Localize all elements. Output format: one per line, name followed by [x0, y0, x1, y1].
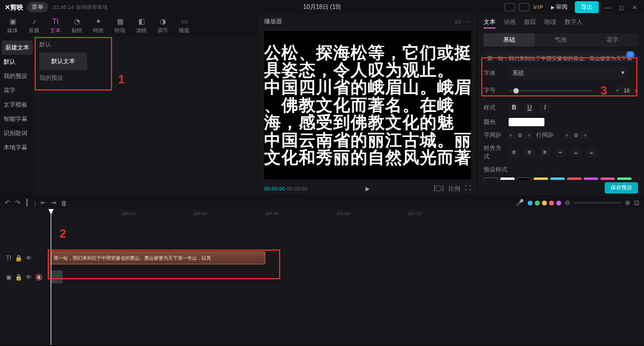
tab-effect[interactable]: ✦特效	[88, 17, 109, 35]
side-smart-subtitle[interactable]: 智能字幕	[0, 112, 35, 126]
menu-button[interactable]: 菜单	[27, 2, 48, 13]
sticker-icon: ◔	[73, 17, 81, 26]
tab-sticker[interactable]: ◔贴纸	[67, 17, 87, 35]
media-track-gutter: ▣ 🔒 👁 🔇	[0, 274, 51, 280]
track-color-1[interactable]	[528, 201, 532, 205]
size-value[interactable]: ‹15›	[615, 86, 638, 95]
cut-left-icon[interactable]: ⇤	[41, 199, 46, 207]
italic-button[interactable]: I	[540, 102, 550, 113]
tab-audio[interactable]: ♪音频	[24, 17, 44, 35]
zoom-fit-icon[interactable]: ⊡	[634, 199, 639, 207]
tab-filter[interactable]: ◧滤镜	[131, 17, 151, 35]
side-my-preset[interactable]: 我的预设	[0, 69, 35, 83]
mute-icon[interactable]: 🔇	[35, 274, 42, 280]
seg-basic[interactable]: 基础	[484, 33, 535, 46]
track-color-3[interactable]	[542, 201, 547, 205]
undo-icon[interactable]: ↶	[5, 199, 10, 207]
close-button[interactable]: ✕	[630, 4, 639, 11]
cut-right-icon[interactable]: ⇥	[51, 199, 56, 207]
export-button[interactable]: 导出	[575, 1, 599, 13]
timeline[interactable]: 0 |00:15 |00:30 |00:45 |01:00 |01:15 2 T…	[0, 209, 644, 345]
track-color-4[interactable]	[549, 201, 554, 205]
timeline-toolbar: ↶ ↷ ┃ | ⇤ ⇥ 🗑 🎤 ⊖ ⊕ ⊡	[0, 196, 644, 209]
track-color-5[interactable]	[556, 201, 561, 205]
vip-badge[interactable]: VIP	[533, 4, 544, 10]
effect-icon: ✦	[94, 17, 103, 26]
text-clip[interactable]: 第一站，我们来到位于中国安徽省的黄山。黄山被誉为天下第一奇山，以其	[51, 251, 265, 264]
annotation-marker-3: 3	[600, 84, 607, 98]
time-ruler[interactable]: 0 |00:15 |00:30 |00:45 |01:00 |01:15	[51, 209, 644, 220]
size-label: 字号	[484, 86, 504, 95]
total-duration: 00:03:00	[287, 186, 308, 192]
insp-tab-read[interactable]: 朗读	[544, 18, 556, 29]
zoom-out-icon[interactable]: ⊖	[565, 199, 570, 207]
default-text-chip[interactable]: 默认文本	[39, 52, 87, 70]
color-picker[interactable]	[509, 118, 544, 126]
letter-spacing[interactable]: ‹0›	[509, 131, 531, 139]
minimize-button[interactable]: —	[602, 4, 613, 11]
text-content-input[interactable]: 第一站，我们来到位于中国安徽省的黄山。黄山被誉为天下第一奇山，以其奇松、怪石、云…	[484, 51, 638, 63]
size-slider[interactable]	[509, 90, 592, 92]
lock-icon[interactable]: 🔒	[15, 255, 22, 261]
scale-icon[interactable]: [◯]	[434, 185, 444, 193]
side-new-text[interactable]: 新建文本	[2, 40, 33, 55]
bold-button[interactable]: B	[509, 102, 519, 113]
insp-tab-avatar[interactable]: 数字人	[565, 18, 583, 29]
audio-icon: ♪	[30, 17, 38, 26]
player-more-icon[interactable]: ⋯	[465, 18, 471, 25]
underline-button[interactable]: U	[524, 102, 535, 113]
side-text-template[interactable]: 文字模板	[0, 98, 35, 112]
insp-tab-track[interactable]: 跟踪	[524, 18, 536, 29]
tab-template[interactable]: ▭模板	[174, 17, 194, 35]
tab-transition[interactable]: ▦转场	[110, 17, 130, 35]
seg-fancy[interactable]: 花字	[587, 33, 638, 46]
eye-icon[interactable]: 👁	[26, 255, 32, 261]
tab-text[interactable]: TI文本	[45, 17, 66, 35]
side-default[interactable]: 默认	[0, 55, 35, 69]
insp-tab-anim[interactable]: 动画	[504, 18, 516, 29]
align-left[interactable]: ≡	[509, 148, 519, 157]
ai-assist-icon[interactable]	[626, 51, 634, 59]
save-preset-button[interactable]: 保存预设	[605, 182, 638, 194]
preview-viewport[interactable]: 公松、探海松等，它们或挺 具姿态，令人叹为观止。 中国四川省的峨眉山。峨眉 、佛…	[264, 31, 471, 179]
delete-icon[interactable]: 🗑	[61, 200, 67, 207]
line-spacing[interactable]: ‹0›	[565, 131, 587, 139]
lock-icon-2[interactable]: 🔒	[15, 274, 22, 280]
align-bottom[interactable]: ⫠	[586, 148, 597, 157]
side-fancy[interactable]: 花字	[0, 83, 35, 98]
track-color-2[interactable]	[535, 201, 540, 205]
layout-icon-1[interactable]	[504, 3, 515, 11]
tab-adjust[interactable]: ◑调节	[153, 17, 173, 35]
maximize-button[interactable]: ◻	[617, 4, 626, 11]
font-label: 字体	[484, 69, 504, 77]
project-title: 10月18日 (19)	[304, 3, 341, 11]
align-right[interactable]: ≡	[540, 148, 550, 157]
zoom-in-icon[interactable]: ⊕	[625, 199, 630, 207]
redo-icon[interactable]: ↷	[15, 199, 20, 207]
ratio-button[interactable]: 比例	[448, 185, 460, 193]
align-center[interactable]: ≡	[524, 148, 535, 157]
player-ratio-icon[interactable]: ▭	[455, 18, 460, 25]
text-track-gutter: TI 🔒 👁	[0, 255, 51, 261]
seg-bubble[interactable]: 气泡	[535, 33, 586, 46]
media-clip[interactable]	[51, 270, 63, 283]
font-select[interactable]: 系统▾	[509, 67, 628, 79]
play-button[interactable]: ▶	[366, 186, 370, 192]
zoom-slider[interactable]	[574, 202, 621, 204]
side-lyric[interactable]: 识别歌词	[0, 126, 35, 141]
playhead[interactable]	[51, 209, 51, 345]
review-button[interactable]: 审阅	[547, 2, 571, 13]
adjust-icon: ◑	[159, 17, 167, 26]
split-icon[interactable]: ┃	[25, 199, 29, 207]
transition-icon: ▦	[116, 17, 124, 26]
fullscreen-icon[interactable]: ⛶	[465, 185, 471, 193]
layout-icon-2[interactable]	[519, 3, 530, 11]
side-local-subtitle[interactable]: 本地字幕	[0, 141, 35, 155]
tab-media[interactable]: ▣媒体	[2, 17, 23, 35]
annotation-marker-2: 2	[60, 227, 66, 241]
mic-icon[interactable]: 🎤	[516, 199, 524, 207]
eye-icon-2[interactable]: 👁	[26, 274, 32, 280]
insp-tab-text[interactable]: 文本	[484, 18, 496, 29]
align-middle[interactable]: ⫠	[571, 148, 581, 157]
align-top[interactable]: ⫟	[555, 148, 566, 157]
